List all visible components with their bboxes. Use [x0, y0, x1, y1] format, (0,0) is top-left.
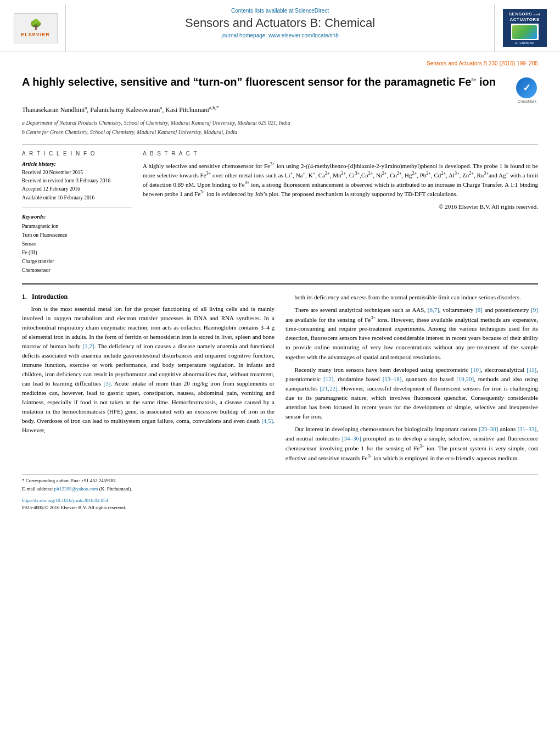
journal-header: 🌳 ELSEVIER Contents lists available at S…	[0, 0, 560, 52]
keyword-2: Turn on Fluorescence	[22, 231, 132, 239]
intro-body-right: both its deficiency and excess from the …	[285, 293, 538, 463]
crossmark-badge[interactable]: ✓ CrossMark	[516, 77, 538, 99]
intro-section-heading: Introduction	[32, 293, 68, 300]
article-content: Sensors and Actuators B 230 (2016) 199–2…	[0, 52, 560, 523]
article-history-title: Article history:	[22, 161, 132, 167]
ref-12: [12]	[323, 376, 333, 382]
contents-text: Contents lists available at	[231, 8, 293, 14]
footnote-section: * Corresponding author. Fax: +91 452 245…	[22, 474, 538, 492]
article-history: Article history: Received 20 November 20…	[22, 161, 132, 202]
elsevier-logo-box: 🌳 ELSEVIER	[14, 13, 58, 43]
email-address[interactable]: pit12399@yahoo.com	[54, 486, 98, 492]
keywords-divider	[22, 208, 132, 208]
main-divider	[22, 283, 538, 284]
received-date: Received 20 November 2015	[22, 169, 132, 177]
keywords-section: Keywords: Paramagnetic ion Turn on Fluor…	[22, 214, 132, 275]
abstract-copyright: © 2016 Elsevier B.V. All rights reserved…	[143, 202, 538, 211]
article-info: A R T I C L E I N F O Article history: R…	[22, 150, 132, 275]
keyword-4: Fe (III)	[22, 248, 132, 257]
keywords-title: Keywords:	[22, 214, 132, 220]
ref-13-18: [13–18]	[383, 376, 402, 382]
affiliation-b: b Centre for Green Chemistry, School of …	[22, 128, 538, 136]
intro-para4: Recently many iron sensors have been dev…	[285, 365, 538, 421]
ref-8: [8]	[475, 306, 483, 313]
keyword-3: Sensor	[22, 239, 132, 248]
crossmark-label: CrossMark	[516, 99, 538, 103]
abstract-text: A highly selective and sensitive chemose…	[143, 161, 538, 211]
keyword-6: Chemosensor	[22, 266, 132, 275]
ref-9: [9]	[531, 306, 538, 313]
body-col-right: both its deficiency and excess from the …	[285, 293, 538, 466]
journal-center: Contents lists available at ScienceDirec…	[66, 4, 494, 52]
sensors-logo-image	[511, 24, 539, 40]
affiliation-a: a Department of Natural Products Chemist…	[22, 119, 538, 127]
ref-31-33: [31–33]	[517, 426, 536, 432]
sciencedirect-text[interactable]: ScienceDirect	[295, 8, 329, 14]
intro-section-num: 1.	[22, 293, 27, 300]
intro-para5: Our interest in developing chemosensors …	[285, 425, 538, 463]
authors: Thanasekaran Nandhinia, Palanichamy Kale…	[22, 105, 538, 114]
ref-19-20: [19,20]	[456, 376, 474, 382]
ref-4-5: [4,5]	[261, 417, 273, 424]
homepage-label: journal homepage:	[221, 32, 267, 38]
sensors-logo-image-inner	[512, 25, 537, 39]
body-col-left: 1. Introduction Iron is the most essenti…	[22, 293, 275, 466]
intro-para3: There are several analytical techniques …	[285, 305, 538, 362]
journal-ref: Sensors and Actuators B 230 (2016) 199–2…	[22, 60, 538, 66]
ref-21-22: [21,22]	[320, 385, 337, 392]
accepted-date: Accepted 12 February 2016	[22, 185, 132, 193]
ref-10: [10]	[471, 366, 480, 373]
page-wrapper: 🌳 ELSEVIER Contents lists available at S…	[0, 0, 560, 742]
article-info-header: A R T I C L E I N F O	[22, 150, 132, 157]
journal-title: Sensors and Actuators B: Chemical	[185, 16, 375, 30]
affiliations: a Department of Natural Products Chemist…	[22, 119, 538, 136]
intro-para2: both its deficiency and excess from the …	[285, 293, 538, 302]
body-columns: 1. Introduction Iron is the most essenti…	[22, 293, 538, 466]
ref-3: [3]	[104, 380, 111, 387]
sensors-logo-text: SENSORS andACTUATORS	[509, 12, 541, 23]
sensors-logo-box: SENSORS andACTUATORS B: Chemical	[503, 9, 547, 47]
doi-link[interactable]: http://dx.doi.org/10.1016/j.snb.2016.02.…	[22, 498, 108, 503]
contents-link: Contents lists available at ScienceDirec…	[231, 8, 329, 14]
keywords-list: Paramagnetic ion Turn on Fluorescence Se…	[22, 222, 132, 275]
homepage-url[interactable]: www.elsevier.com/locate/snb	[268, 32, 339, 38]
ref-23-30: [23–30]	[479, 426, 499, 432]
article-divider	[22, 144, 538, 145]
ref-6-7: [6,7]	[428, 306, 439, 313]
intro-para1: Iron is the most essential metal ion for…	[22, 304, 275, 436]
elsevier-text: ELSEVIER	[21, 32, 50, 37]
abstract-body: A highly selective and sensitive chemose…	[143, 161, 538, 199]
ref-1-2: [1,2]	[82, 343, 94, 349]
article-title: A highly selective, sensitive and “turn-…	[22, 75, 516, 89]
revised-date: Received in revised form 3 February 2016	[22, 177, 132, 185]
crossmark-icon: ✓	[516, 77, 537, 98]
ref-11: [11]	[527, 366, 536, 373]
sensors-logo: SENSORS andACTUATORS B: Chemical	[494, 4, 549, 52]
elsevier-logo: 🌳 ELSEVIER	[11, 4, 66, 52]
intro-body-left: Iron is the most essential metal ion for…	[22, 304, 275, 436]
keyword-1: Paramagnetic ion	[22, 222, 132, 231]
article-title-section: A highly selective, sensitive and “turn-…	[22, 75, 538, 99]
issn-line: 0925-4005/© 2016 Elsevier B.V. All right…	[22, 504, 538, 512]
email-name: (K. Pitchumani).	[99, 486, 132, 492]
available-date: Available online 16 February 2016	[22, 194, 132, 202]
two-col-section: A R T I C L E I N F O Article history: R…	[22, 150, 538, 275]
keyword-5: Charge transfer	[22, 257, 132, 266]
journal-homepage: journal homepage: www.elsevier.com/locat…	[221, 32, 338, 38]
corresponding-author: * Corresponding author. Fax: +91 452 245…	[22, 477, 538, 484]
abstract-section: A B S T R A C T A highly selective and s…	[143, 150, 538, 275]
intro-section-title: 1. Introduction	[22, 293, 275, 301]
sensors-logo-sub: B: Chemical	[515, 41, 534, 44]
elsevier-tree-icon: 🌳	[30, 19, 42, 31]
doi-section: http://dx.doi.org/10.1016/j.snb.2016.02.…	[22, 497, 538, 512]
email-label: E-mail address:	[22, 486, 53, 492]
ref-34-36: [34–36]	[342, 435, 361, 442]
abstract-header: A B S T R A C T	[143, 150, 538, 157]
email-line: E-mail address: pit12399@yahoo.com (K. P…	[22, 486, 538, 493]
